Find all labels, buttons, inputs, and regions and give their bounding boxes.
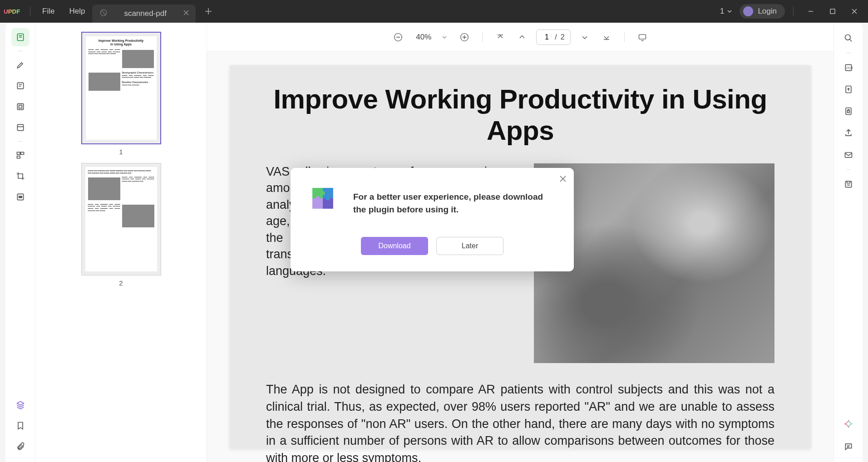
tab-doc-icon xyxy=(99,9,108,19)
puzzle-icon xyxy=(311,186,335,221)
later-button[interactable]: Later xyxy=(436,237,503,255)
comment-button[interactable] xyxy=(839,437,858,456)
svg-rect-14 xyxy=(639,34,646,39)
plugin-modal: For a better user experience, please dow… xyxy=(291,168,574,271)
edit-text-tool[interactable] xyxy=(11,77,30,95)
thumbnail-label-2: 2 xyxy=(119,279,123,287)
reader-tool[interactable] xyxy=(11,28,30,46)
maximize-button[interactable] xyxy=(824,2,842,20)
app-logo: UPDF xyxy=(0,0,25,23)
modal-close-button[interactable] xyxy=(558,174,567,183)
tab-close-icon[interactable] xyxy=(183,9,189,18)
zoom-in-button[interactable] xyxy=(457,29,472,45)
avatar-icon xyxy=(743,6,753,16)
new-tab-button[interactable] xyxy=(199,2,217,20)
zoom-out-button[interactable] xyxy=(390,29,406,45)
chevron-down-icon xyxy=(727,9,732,14)
svg-point-29 xyxy=(326,196,330,200)
page-indicator: / 2 xyxy=(536,29,570,45)
document-title: Improve Working Productivity in Using Ap… xyxy=(266,84,774,146)
thumbnail-panel: Improve Working Productivityin Using App… xyxy=(35,23,207,462)
svg-rect-6 xyxy=(17,124,23,130)
svg-rect-5 xyxy=(17,103,23,109)
protect-button[interactable] xyxy=(839,102,858,120)
svg-rect-11 xyxy=(19,196,22,197)
svg-point-28 xyxy=(316,196,320,200)
zoom-value: 40% xyxy=(416,33,431,42)
last-page-button[interactable] xyxy=(599,29,614,45)
thumbnail-label-1: 1 xyxy=(119,148,123,156)
zoom-dropdown-icon xyxy=(442,35,447,39)
login-button[interactable]: Login xyxy=(740,4,785,19)
svg-rect-9 xyxy=(17,156,20,158)
share-button[interactable] xyxy=(839,124,858,142)
search-button[interactable] xyxy=(839,29,858,47)
download-button[interactable]: Download xyxy=(361,237,428,255)
window-count-num: 1 xyxy=(720,7,724,16)
page-separator: / xyxy=(555,33,557,41)
crop-tool[interactable] xyxy=(11,167,30,185)
page-thumbnail-1[interactable]: Improve Working Productivityin Using App… xyxy=(81,32,161,144)
minimize-button[interactable] xyxy=(802,2,820,20)
document-tab[interactable]: scanned-pdf xyxy=(92,5,196,23)
highlight-tool[interactable] xyxy=(11,56,30,74)
right-toolbar: OCR xyxy=(833,23,863,462)
bookmark-button[interactable] xyxy=(11,417,30,435)
redact-tool[interactable] xyxy=(11,188,30,206)
document-paragraph-2: The App is not designed to compare AR pa… xyxy=(266,381,774,462)
svg-point-27 xyxy=(321,191,325,195)
svg-text:OCR: OCR xyxy=(846,66,853,69)
svg-rect-21 xyxy=(845,152,852,157)
svg-rect-8 xyxy=(20,152,24,154)
layers-button[interactable] xyxy=(11,396,30,414)
first-page-button[interactable] xyxy=(493,29,508,45)
svg-text:UPDF: UPDF xyxy=(4,8,20,15)
presentation-button[interactable] xyxy=(635,29,650,45)
left-toolbar xyxy=(5,23,35,462)
tab-label: scanned-pdf xyxy=(124,9,167,18)
email-button[interactable] xyxy=(839,146,858,164)
modal-message: For a better user experience, please dow… xyxy=(353,191,554,216)
svg-rect-22 xyxy=(845,181,851,187)
login-label: Login xyxy=(758,7,777,16)
ai-button[interactable] xyxy=(839,415,858,433)
close-window-button[interactable] xyxy=(845,2,863,20)
window-count[interactable]: 1 xyxy=(716,7,736,16)
viewer-toolbar: 40% / 2 xyxy=(207,23,833,52)
page-total: 2 xyxy=(561,33,565,41)
convert-button[interactable] xyxy=(839,80,858,98)
ocr-button[interactable]: OCR xyxy=(839,59,858,77)
page-input[interactable] xyxy=(542,33,551,41)
menu-file[interactable]: File xyxy=(35,0,62,23)
menu-help[interactable]: Help xyxy=(62,0,92,23)
svg-point-15 xyxy=(845,35,850,40)
zoom-level[interactable]: 40% xyxy=(412,33,450,42)
attachment-button[interactable] xyxy=(11,437,30,456)
organize-tool[interactable] xyxy=(11,146,30,164)
titlebar: UPDF File Help scanned-pdf 1 Login xyxy=(0,0,868,23)
form-tool[interactable] xyxy=(11,118,30,137)
page-thumbnail-2[interactable]: ▬▬▬ ▬▬ ▬▬▬▬ ▬▬ ▬▬▬ ▬▬▬▬ ▬▬ ▬▬▬ ▬▬ ▬▬▬▬ ▬… xyxy=(81,163,161,275)
svg-rect-7 xyxy=(17,152,20,154)
prev-page-button[interactable] xyxy=(514,29,530,45)
svg-rect-20 xyxy=(847,111,849,113)
next-page-button[interactable] xyxy=(577,29,592,45)
edit-page-tool[interactable] xyxy=(11,98,30,116)
save-button[interactable] xyxy=(839,175,858,193)
svg-rect-2 xyxy=(830,9,835,14)
